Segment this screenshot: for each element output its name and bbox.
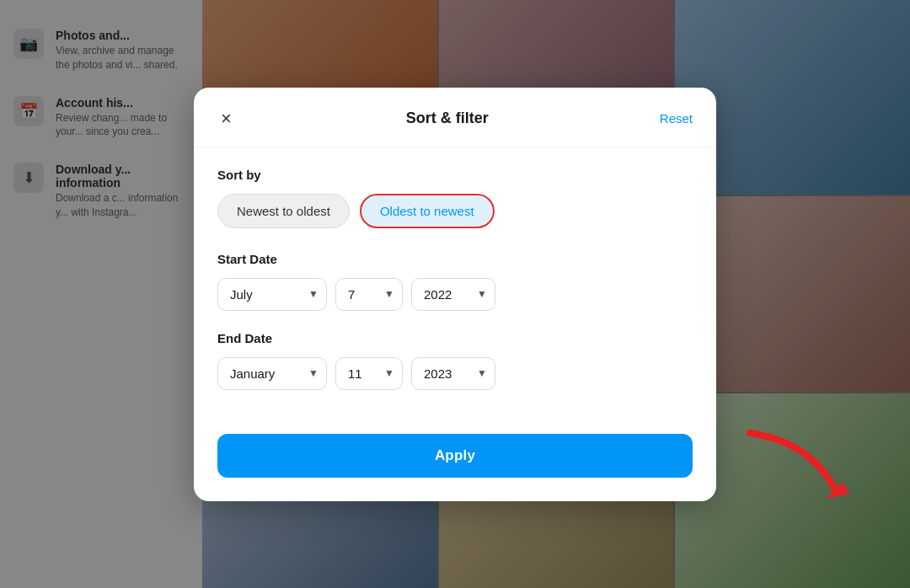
start-day-select[interactable]: 7 [335, 278, 403, 311]
start-day-wrapper: 7 ▼ [335, 278, 403, 311]
apply-button[interactable]: Apply [217, 434, 693, 478]
modal-title: Sort & filter [235, 110, 660, 127]
arrow-svg-icon [741, 425, 859, 509]
end-date-selects: January ▼ 11 ▼ 2023 ▼ [217, 357, 693, 390]
sort-options-group: Newest to oldest Oldest to newest [217, 194, 693, 228]
modal-footer: Apply [194, 434, 716, 501]
sort-oldest-button[interactable]: Oldest to newest [360, 194, 495, 228]
start-date-selects: July ▼ 7 ▼ 2022 ▼ [217, 278, 693, 311]
end-date-label: End Date [217, 331, 693, 345]
start-month-wrapper: July ▼ [217, 278, 327, 311]
sort-filter-modal: × Sort & filter Reset Sort by Newest to … [194, 88, 716, 501]
modal-header: × Sort & filter Reset [194, 88, 716, 147]
end-day-select[interactable]: 11 [335, 357, 403, 390]
end-year-wrapper: 2023 ▼ [411, 357, 495, 390]
reset-button[interactable]: Reset [660, 111, 693, 126]
start-date-label: Start Date [217, 252, 693, 266]
start-month-select[interactable]: July [217, 278, 327, 311]
sort-newest-button[interactable]: Newest to oldest [217, 194, 350, 228]
end-day-wrapper: 11 ▼ [335, 357, 403, 390]
start-date-section: Start Date July ▼ 7 ▼ [217, 252, 693, 311]
start-year-select[interactable]: 2022 [411, 278, 495, 311]
modal-backdrop: × Sort & filter Reset Sort by Newest to … [0, 0, 910, 588]
end-month-select[interactable]: January [217, 357, 327, 390]
sort-section-label: Sort by [217, 168, 693, 182]
end-month-wrapper: January ▼ [217, 357, 327, 390]
end-date-section: End Date January ▼ 11 ▼ [217, 331, 693, 390]
modal-body: Sort by Newest to oldest Oldest to newes… [194, 147, 716, 434]
end-year-select[interactable]: 2023 [411, 357, 495, 390]
svg-marker-0 [826, 482, 849, 499]
arrow-annotation [741, 425, 859, 512]
close-button[interactable]: × [217, 106, 235, 131]
start-year-wrapper: 2022 ▼ [411, 278, 495, 311]
